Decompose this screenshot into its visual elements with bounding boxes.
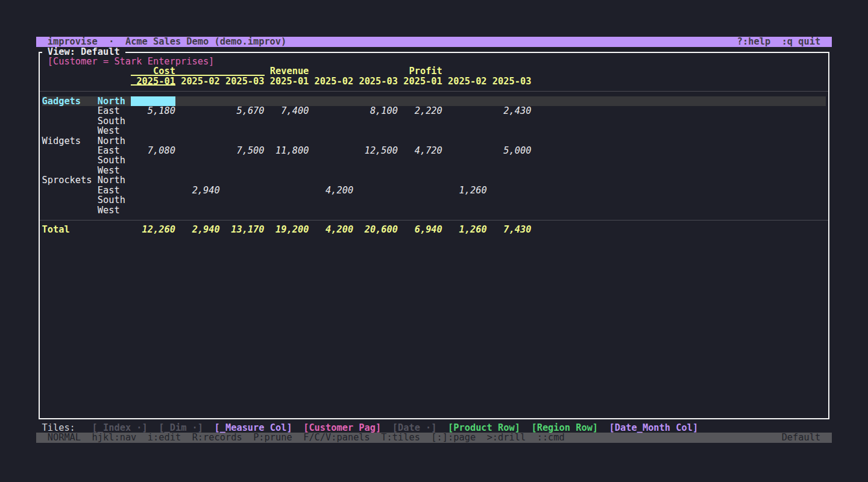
product-row-label[interactable]: Gadgets — [42, 96, 81, 106]
total-value: 13,170 — [231, 225, 264, 234]
status-view-name: Default — [782, 433, 821, 442]
cell-value[interactable]: 2,430 — [503, 106, 531, 116]
cell-value[interactable]: 7,500 — [236, 146, 264, 155]
panel-border-right — [828, 52, 829, 419]
total-separator-line — [40, 220, 828, 221]
region-row-label[interactable]: East — [98, 186, 120, 195]
panel-border-bottom — [39, 418, 829, 419]
total-value: 6,940 — [415, 225, 442, 234]
cell-value[interactable]: 8,100 — [370, 106, 398, 116]
month-column-header[interactable]: 2025-02 — [181, 77, 220, 86]
month-column-header[interactable]: 2025-02 — [315, 77, 354, 86]
header-separator-line — [40, 91, 828, 92]
status-hint: F/C/V:panels — [303, 433, 370, 442]
tiles-label: Tiles: — [42, 423, 75, 433]
region-row-label[interactable]: North — [98, 175, 125, 185]
tile-region[interactable]: [Region Row] — [531, 423, 598, 433]
region-row-label[interactable]: South — [98, 195, 125, 205]
tile-product[interactable]: [Product Row] — [448, 423, 520, 433]
status-hint: T:tiles — [381, 433, 420, 442]
cell-value[interactable]: 2,940 — [192, 186, 220, 195]
status-hint: [:]:page — [431, 433, 476, 442]
status-hint: R:records — [192, 433, 242, 442]
region-row-label[interactable]: South — [98, 116, 125, 126]
panel-border-top — [125, 52, 829, 53]
panel-border-left — [39, 52, 40, 419]
cell-value[interactable]: 2,220 — [415, 106, 442, 116]
tile-date_month[interactable]: [Date_Month Col] — [609, 423, 699, 433]
cell-value[interactable]: 5,180 — [148, 106, 175, 116]
title-separator-dot: · — [108, 37, 114, 46]
cell-value[interactable]: 12,500 — [365, 146, 398, 155]
product-row-label[interactable]: Sprockets — [42, 175, 92, 185]
month-column-header[interactable]: 2025-03 — [225, 77, 265, 86]
total-row-label: Total — [42, 225, 70, 234]
total-value: 2,940 — [192, 225, 220, 234]
cell-cursor[interactable] — [131, 96, 175, 106]
total-value: 1,260 — [459, 225, 487, 234]
product-row-label[interactable]: Widgets — [42, 136, 81, 146]
region-row-label[interactable]: North — [98, 136, 125, 146]
page-filter[interactable]: [Customer = Stark Enterprises] — [48, 57, 215, 66]
month-column-header[interactable]: 2025-01 — [270, 77, 309, 86]
region-row-label[interactable]: West — [98, 166, 120, 175]
selected-column-underline — [131, 84, 175, 86]
region-row-label[interactable]: North — [98, 96, 125, 106]
status-hint: i:edit — [148, 433, 181, 442]
month-column-header[interactable]: 2025-02 — [448, 77, 487, 86]
month-column-header[interactable]: 2025-01 — [403, 77, 442, 86]
tile-_index[interactable]: [_Index ·] — [92, 423, 148, 433]
view-title: View: Default — [48, 47, 120, 57]
region-row-label[interactable]: South — [98, 155, 125, 165]
mode-indicator: NORMAL — [48, 433, 81, 442]
region-row-label[interactable]: East — [98, 146, 120, 155]
region-row-label[interactable]: West — [98, 126, 120, 136]
total-value: 4,200 — [326, 225, 353, 234]
tile-_dim[interactable]: [_Dim ·] — [159, 423, 203, 433]
document-title: Acme Sales Demo (demo.improv) — [125, 37, 286, 46]
total-value: 20,600 — [365, 225, 398, 234]
cell-value[interactable]: 11,800 — [275, 146, 309, 155]
terminal-screen: improvise · Acme Sales Demo (demo.improv… — [0, 0, 868, 482]
month-column-header[interactable]: 2025-03 — [492, 77, 532, 86]
measure-group-header[interactable]: Revenue — [270, 66, 309, 76]
cell-value[interactable]: 5,670 — [236, 106, 264, 116]
month-column-header[interactable]: 2025-03 — [359, 77, 398, 86]
region-row-label[interactable]: East — [98, 106, 120, 116]
tile-_measure[interactable]: [_Measure Col] — [215, 423, 292, 433]
app-name: improvise — [48, 37, 98, 46]
region-row-label[interactable]: West — [98, 205, 120, 215]
measure-group-header[interactable]: Profit — [409, 66, 442, 76]
cell-value[interactable]: 4,200 — [326, 186, 353, 195]
status-hint: P:prune — [253, 433, 292, 442]
status-hint: hjkl:nav — [92, 433, 137, 442]
total-value: 12,260 — [142, 225, 175, 234]
total-value: 7,430 — [503, 225, 531, 234]
title-bar: improvise · Acme Sales Demo (demo.improv… — [36, 37, 831, 46]
status-hint: >:drill — [487, 433, 526, 442]
cell-value[interactable]: 5,000 — [503, 146, 531, 155]
tile-customer[interactable]: [Customer Pag] — [303, 423, 381, 433]
cell-value[interactable]: 7,080 — [148, 146, 175, 155]
quit-shortcut-hint: :q quit — [782, 37, 821, 46]
total-value: 19,200 — [275, 225, 309, 234]
cell-value[interactable]: 7,400 — [281, 106, 309, 116]
cell-value[interactable]: 4,720 — [415, 146, 442, 155]
cell-value[interactable]: 1,260 — [459, 186, 487, 195]
status-hint: ::cmd — [537, 433, 565, 442]
tile-date[interactable]: [Date ·] — [392, 423, 437, 433]
help-shortcut-hint: ?:help — [737, 37, 770, 46]
